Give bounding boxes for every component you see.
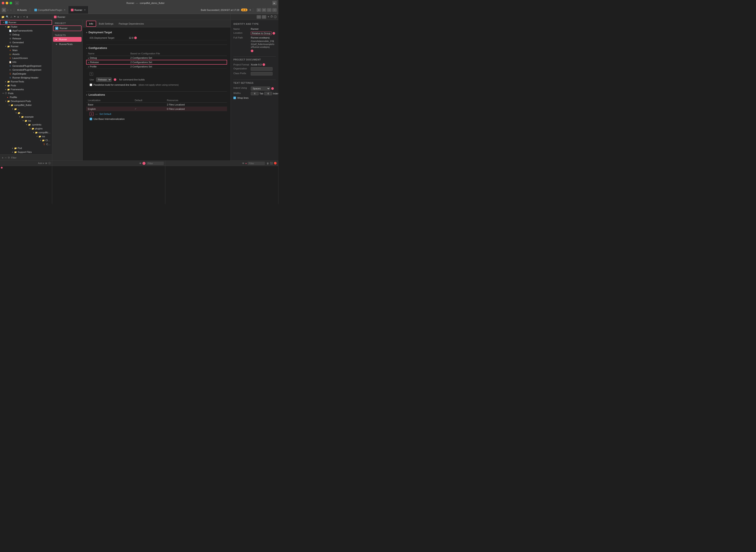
branch-icon[interactable]: ⑂: [20, 16, 22, 18]
sidebar-item-compdfkit-flutter[interactable]: ▾ 📁 compdfkit_flutter: [0, 103, 52, 107]
add-config-button[interactable]: +: [90, 72, 93, 76]
tab-package-deps[interactable]: Package Dependencies: [116, 21, 147, 26]
sidebar-item-main[interactable]: ✕ Main: [0, 48, 52, 52]
navigator-prev-button[interactable]: ‹: [267, 8, 271, 12]
runner-tab-close[interactable]: ✕: [84, 9, 86, 11]
sidebar-item-appframeworkinfo[interactable]: 📄 AppFrameworkInfo: [0, 29, 52, 33]
diamond-icon[interactable]: ◈: [17, 15, 19, 18]
bottom-left-filter-input[interactable]: [146, 162, 164, 165]
sidebar-item-podfile[interactable]: ♦ Podfile: [0, 95, 52, 99]
add-tab-button[interactable]: +: [249, 8, 251, 12]
sidebar-item-bridging[interactable]: h Runner-Bridging-Header: [0, 76, 52, 80]
sidebar-item-pods-group[interactable]: ▾ Ⓟ Pods: [0, 91, 52, 95]
tab-plugin[interactable]: CompdfkitFlutterPlugin ✕: [32, 6, 68, 14]
sidebar-item-runner-group[interactable]: ▾ 📁 Runner: [0, 44, 52, 48]
history-icon[interactable]: ⧗: [26, 15, 28, 18]
sidebar-remove-button[interactable]: −: [5, 156, 7, 159]
warning-icon[interactable]: ⚠: [10, 15, 12, 18]
sidebar-item-symlinks[interactable]: ▾ 📁 .symlinks: [0, 123, 52, 127]
sidebar-item-example[interactable]: ▾ 📁 example: [0, 115, 52, 119]
target-runner-item[interactable]: ▶ Runner: [53, 37, 82, 42]
search-icon[interactable]: 🔍: [6, 15, 9, 18]
sidebar-item-debug[interactable]: ⚙ Debug: [0, 33, 52, 36]
indent-width-input[interactable]: [264, 92, 272, 95]
bottom-record-icon[interactable]: 🔴: [274, 162, 277, 165]
sidebar-item-flutter[interactable]: ▾ 📁 Flutter: [0, 25, 52, 29]
bottom-pink-icon[interactable]: ♦: [245, 162, 247, 165]
sidebar-item-compdfkit-flutter2[interactable]: ▾ 📁 compdfkit_flutter: [0, 131, 52, 134]
sidebar-item-dev-pods[interactable]: ▾ 📁 Development Pods: [0, 99, 52, 103]
tab-runner[interactable]: Runner ✕: [68, 6, 89, 14]
sidebar-item-launchscreen[interactable]: ✕ LaunchScreen: [0, 56, 52, 60]
add-localization-button[interactable]: +: [90, 112, 94, 116]
sidebar-toggle-button[interactable]: ▤: [15, 1, 19, 5]
project-runner-item[interactable]: ◆ Runner: [53, 25, 82, 31]
sidebar-item-gen-plugin-h[interactable]: h GeneratedPluginRegistrant: [0, 64, 52, 68]
bottom-eye-icon-3[interactable]: 👁: [242, 162, 245, 165]
inspector-info-icon[interactable]: ⓘ: [274, 15, 277, 19]
target-runner-tests-item[interactable]: ◈ RunnerTests: [52, 42, 83, 46]
navigator-next-button[interactable]: ›: [272, 8, 277, 12]
split-horizontal-button[interactable]: ⇔: [257, 8, 261, 12]
use-config-select[interactable]: Release: [96, 78, 112, 82]
deployment-collapse-arrow[interactable]: ▾: [86, 31, 87, 34]
plugin-tab-close[interactable]: ✕: [64, 9, 65, 11]
class-prefix-input[interactable]: [251, 72, 273, 76]
sidebar-item-pods-top[interactable]: ▸ 📁 Pods: [0, 84, 52, 88]
inspector-clock-icon[interactable]: ⏱: [270, 15, 273, 19]
sidebar-item-assets[interactable]: 🗂 Assets: [0, 52, 52, 56]
tab-width-input[interactable]: [251, 92, 259, 95]
profile-row-arrow[interactable]: ▸: [88, 66, 89, 68]
view-toggle-button[interactable]: ⊞: [2, 8, 6, 12]
sidebar-item-gen-plugin-m[interactable]: m GeneratedPluginRegistrant: [0, 68, 52, 72]
organization-input[interactable]: [251, 67, 273, 71]
tab-info[interactable]: Info: [86, 21, 96, 27]
sidebar-item-ios[interactable]: ▾ 📁 ios: [0, 119, 52, 123]
fullscreen-button[interactable]: [10, 2, 12, 4]
sidebar-item-classes[interactable]: ▾ 📁 Classes: [0, 138, 52, 142]
sidebar-item-runner-root[interactable]: ▾ Runner: [0, 20, 52, 25]
indent-using-select[interactable]: Spaces: [251, 87, 270, 91]
sidebar-item-frameworks-top[interactable]: ▸ 📁 Frameworks: [0, 88, 52, 91]
config-collapse-arrow[interactable]: ▾: [86, 47, 87, 49]
forward-button[interactable]: ›: [10, 8, 12, 12]
bottom-eye-icon-2[interactable]: 👁: [139, 162, 142, 165]
assets-button[interactable]: ⊞ Assets: [16, 8, 28, 12]
bottom-right-filter-input[interactable]: [248, 162, 265, 165]
close-button[interactable]: [2, 2, 4, 4]
link-icon[interactable]: ⚭: [23, 15, 25, 18]
bottom-info-icon[interactable]: ⓘ: [48, 162, 51, 165]
sidebar-item-dotdot1[interactable]: ▾ 📁 ..: [0, 107, 52, 111]
bottom-eye-icon[interactable]: 👁: [45, 162, 47, 165]
sidebar-item-support-files[interactable]: ▸ 📁 Support Files: [0, 150, 52, 154]
inspector-prev-button[interactable]: ‹: [257, 15, 261, 19]
sidebar-item-pod[interactable]: ▸ 📁 Pod: [0, 146, 52, 150]
release-row-arrow[interactable]: ▸: [88, 61, 90, 63]
sidebar-item-plugins[interactable]: ▾ 📁 plugins: [0, 127, 52, 131]
sidebar-item-appdelegate[interactable]: S AppDelegate: [0, 72, 52, 76]
bottom-pink-button[interactable]: [142, 162, 146, 165]
sidebar-add-button[interactable]: +: [2, 156, 3, 159]
back-button[interactable]: ‹: [7, 8, 9, 12]
set-default-button[interactable]: Set Default: [100, 113, 111, 115]
sidebar-item-ios2[interactable]: ▾ 📁 ios: [0, 134, 52, 138]
sidebar-item-info[interactable]: 📋 Info: [0, 60, 52, 64]
flag-icon[interactable]: ⚑: [14, 15, 16, 18]
inspector-add-icon[interactable]: +: [268, 15, 269, 19]
bottom-stop-icon[interactable]: ⬛: [270, 162, 273, 165]
parallelize-checkbox[interactable]: [90, 84, 92, 86]
tab-build-settings[interactable]: Build Settings: [96, 21, 116, 26]
local-collapse-arrow[interactable]: ▾: [86, 94, 87, 96]
minimize-button[interactable]: [6, 2, 8, 4]
split-vertical-button[interactable]: ⇕: [262, 8, 266, 12]
bottom-trash-icon[interactable]: 🗑: [267, 162, 269, 165]
debug-row-arrow[interactable]: ▸: [88, 57, 89, 59]
use-base-checkbox[interactable]: ✓: [90, 118, 92, 120]
sidebar-item-release[interactable]: ⚙ Release: [0, 36, 52, 40]
run-button[interactable]: ▶: [272, 1, 277, 5]
sidebar-item-generated[interactable]: ⚙ Generated: [0, 40, 52, 44]
sidebar-item-compdfkit-class[interactable]: S CompdfkitFlutterPlugin: [0, 142, 52, 146]
sidebar-item-runner-tests[interactable]: ▸ 📁 RunnerTests: [0, 80, 52, 84]
inspector-next-button[interactable]: ›: [262, 15, 266, 19]
sidebar-item-dotdot2[interactable]: ▾ 📁 ..: [0, 111, 52, 115]
